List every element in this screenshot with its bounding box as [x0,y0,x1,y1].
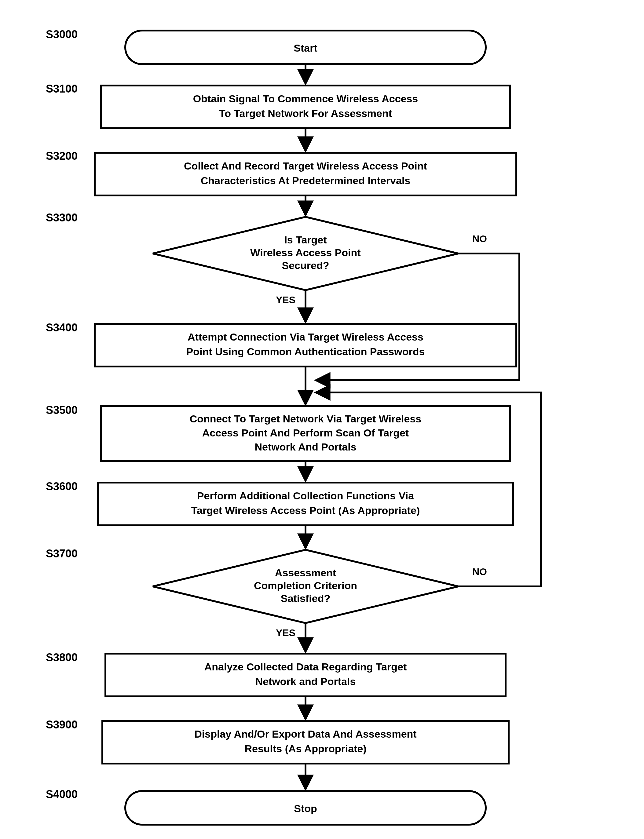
decision-s3300-l3: Secured? [282,259,329,271]
process-s3800 [105,653,506,696]
branch-yes-s3700: YES [276,627,296,638]
decision-s3300-l1: Is Target [284,234,327,246]
process-s3200-l1: Collect And Record Target Wireless Acces… [184,160,427,172]
step-label-s3300: S3300 [46,211,77,224]
step-label-s3800: S3800 [46,651,77,664]
process-s3500-l3: Network And Portals [255,441,356,453]
step-label-s3400: S3400 [46,321,77,334]
process-s3900 [102,721,509,763]
terminator-stop-text: Stop [294,803,317,814]
step-label-s3000: S3000 [46,28,77,41]
decision-s3700-l2: Completion Criterion [254,580,357,591]
process-s3600-l1: Perform Additional Collection Functions … [197,490,414,501]
process-s3200-l2: Characteristics At Predetermined Interva… [201,175,411,186]
process-s3800-l1: Analyze Collected Data Regarding Target [204,661,407,673]
step-label-s3900: S3900 [46,718,77,731]
decision-s3700-l1: Assessment [275,567,336,578]
process-s3600-l2: Target Wireless Access Point (As Appropr… [191,504,420,516]
process-s3400-l1: Attempt Connection Via Target Wireless A… [187,331,424,343]
terminator-start-text: Start [294,42,317,54]
process-s3800-l2: Network and Portals [255,676,356,687]
process-s3900-l1: Display And/Or Export Data And Assessmen… [194,728,416,740]
process-s3100-l1: Obtain Signal To Commence Wireless Acces… [193,93,418,105]
step-label-s3100: S3100 [46,82,77,95]
decision-s3300-l2: Wireless Access Point [250,247,360,258]
process-s3500-l2: Access Point And Perform Scan Of Target [202,427,409,438]
process-s3200 [95,153,516,195]
process-s3100 [101,85,510,128]
flowchart: S3000 S3100 S3200 S3300 S3400 S3500 S360… [0,0,644,839]
step-label-s3700: S3700 [46,547,77,560]
branch-yes-s3300: YES [276,294,296,305]
process-s3900-l2: Results (As Appropriate) [245,743,366,754]
step-label-s3600: S3600 [46,480,77,493]
step-label-s3200: S3200 [46,149,77,162]
decision-s3700-l3: Satisfied? [281,593,330,604]
process-s3400 [95,324,516,366]
process-s3600 [98,483,513,525]
process-s3400-l2: Point Using Common Authentication Passwo… [186,346,425,357]
process-s3500-l1: Connect To Target Network Via Target Wir… [190,413,422,425]
step-label-s4000: S4000 [46,788,77,801]
step-label-s3500: S3500 [46,404,77,416]
process-s3100-l2: To Target Network For Assessment [219,107,392,119]
branch-no-s3700: NO [472,566,487,577]
branch-no-s3300: NO [472,233,487,244]
